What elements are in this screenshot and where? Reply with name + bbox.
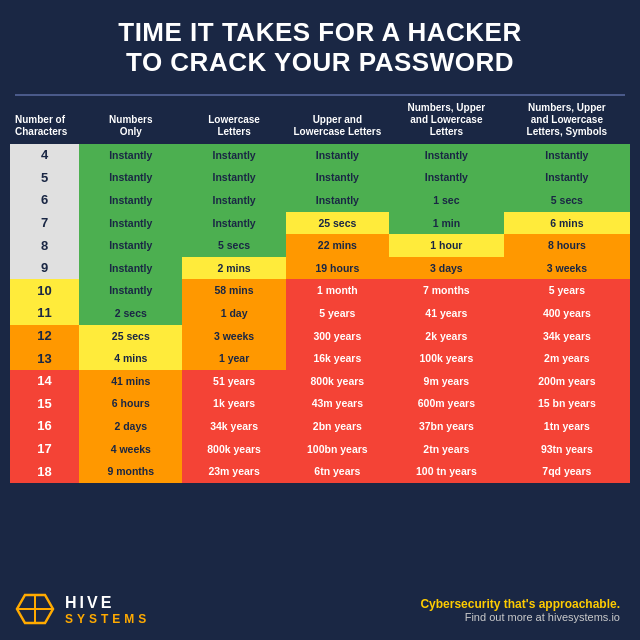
cell-value: 3 weeks bbox=[504, 257, 630, 280]
table-row: 7InstantlyInstantly25 secs1 min6 mins bbox=[10, 212, 630, 235]
cell-value: 2 mins bbox=[182, 257, 285, 280]
table-row: 134 mins1 year16k years100k years2m year… bbox=[10, 347, 630, 370]
cell-num-chars: 9 bbox=[10, 257, 79, 280]
cell-value: 37bn years bbox=[389, 415, 504, 438]
cell-value: 800k years bbox=[182, 438, 285, 461]
cell-value: 41 years bbox=[389, 302, 504, 325]
cell-value: 9m years bbox=[389, 370, 504, 393]
cell-value: Instantly bbox=[389, 144, 504, 167]
cell-value: 1 sec bbox=[389, 189, 504, 212]
cell-num-chars: 8 bbox=[10, 234, 79, 257]
col-header-numbers-only: NumbersOnly bbox=[79, 96, 182, 144]
col-header-upper-lower: Upper andLowercase Letters bbox=[286, 96, 389, 144]
cell-value: 34k years bbox=[182, 415, 285, 438]
table-row: 156 hours1k years43m years600m years15 b… bbox=[10, 392, 630, 415]
cell-value: 25 secs bbox=[79, 325, 182, 348]
cell-value: 400 years bbox=[504, 302, 630, 325]
cell-value: 4 mins bbox=[79, 347, 182, 370]
table-row: 5InstantlyInstantlyInstantlyInstantlyIns… bbox=[10, 166, 630, 189]
cell-value: 23m years bbox=[182, 460, 285, 483]
cell-value: 200m years bbox=[504, 370, 630, 393]
cell-value: 1tn years bbox=[504, 415, 630, 438]
cell-value: Instantly bbox=[182, 166, 285, 189]
cell-value: Instantly bbox=[79, 279, 182, 302]
cell-value: Instantly bbox=[504, 144, 630, 167]
cell-value: 22 mins bbox=[286, 234, 389, 257]
table-row: 112 secs1 day5 years41 years400 years bbox=[10, 302, 630, 325]
cell-value: 8 hours bbox=[504, 234, 630, 257]
cell-num-chars: 16 bbox=[10, 415, 79, 438]
cell-value: 1k years bbox=[182, 392, 285, 415]
cell-value: 3 weeks bbox=[182, 325, 285, 348]
cell-value: 100 tn years bbox=[389, 460, 504, 483]
cell-value: 2m years bbox=[504, 347, 630, 370]
cell-value: Instantly bbox=[79, 189, 182, 212]
footer-url: Find out more at hivesystems.io bbox=[420, 611, 620, 623]
cell-value: Instantly bbox=[79, 212, 182, 235]
cell-value: 25 secs bbox=[286, 212, 389, 235]
cell-value: Instantly bbox=[182, 144, 285, 167]
table-row: 162 days34k years2bn years37bn years1tn … bbox=[10, 415, 630, 438]
cell-value: 58 mins bbox=[182, 279, 285, 302]
cell-value: 600m years bbox=[389, 392, 504, 415]
table-row: 1225 secs3 weeks300 years2k years34k yea… bbox=[10, 325, 630, 348]
cell-value: 3 days bbox=[389, 257, 504, 280]
table-row: 189 months23m years6tn years100 tn years… bbox=[10, 460, 630, 483]
cell-value: 4 weeks bbox=[79, 438, 182, 461]
cell-value: 5 years bbox=[286, 302, 389, 325]
cell-num-chars: 6 bbox=[10, 189, 79, 212]
table-wrapper: Number ofCharacters NumbersOnly Lowercas… bbox=[0, 96, 640, 580]
cell-value: 2tn years bbox=[389, 438, 504, 461]
cell-num-chars: 14 bbox=[10, 370, 79, 393]
col-header-num-upper-lower-sym: Numbers, Upperand LowercaseLetters, Symb… bbox=[504, 96, 630, 144]
table-row: 9Instantly2 mins19 hours3 days3 weeks bbox=[10, 257, 630, 280]
cell-value: 5 secs bbox=[504, 189, 630, 212]
header: TIME IT TAKES FOR A HACKER TO CRACK YOUR… bbox=[0, 0, 640, 88]
cell-num-chars: 12 bbox=[10, 325, 79, 348]
cell-value: 19 hours bbox=[286, 257, 389, 280]
cell-value: 1 day bbox=[182, 302, 285, 325]
footer-right: Cybersecurity that's approachable. Find … bbox=[420, 597, 620, 623]
cell-value: Instantly bbox=[182, 212, 285, 235]
cell-value: 6tn years bbox=[286, 460, 389, 483]
col-header-num-upper-lower: Numbers, Upperand LowercaseLetters bbox=[389, 96, 504, 144]
cell-value: 34k years bbox=[504, 325, 630, 348]
cell-num-chars: 10 bbox=[10, 279, 79, 302]
cell-value: 2bn years bbox=[286, 415, 389, 438]
col-header-num-chars: Number ofCharacters bbox=[10, 96, 79, 144]
cell-value: 1 hour bbox=[389, 234, 504, 257]
cell-value: 2 secs bbox=[79, 302, 182, 325]
cell-value: 800k years bbox=[286, 370, 389, 393]
cell-value: 9 months bbox=[79, 460, 182, 483]
footer-tagline: Cybersecurity that's approachable. bbox=[420, 597, 620, 611]
cell-value: Instantly bbox=[79, 234, 182, 257]
cell-value: 100k years bbox=[389, 347, 504, 370]
cell-value: 100bn years bbox=[286, 438, 389, 461]
cell-value: Instantly bbox=[286, 189, 389, 212]
table-row: 6InstantlyInstantlyInstantly1 sec5 secs bbox=[10, 189, 630, 212]
cell-num-chars: 7 bbox=[10, 212, 79, 235]
cell-value: 41 mins bbox=[79, 370, 182, 393]
cell-value: Instantly bbox=[182, 189, 285, 212]
cell-value: 7 months bbox=[389, 279, 504, 302]
cell-value: 1 month bbox=[286, 279, 389, 302]
cell-value: 6 hours bbox=[79, 392, 182, 415]
cell-num-chars: 5 bbox=[10, 166, 79, 189]
cell-value: 2k years bbox=[389, 325, 504, 348]
cell-value: 16k years bbox=[286, 347, 389, 370]
cell-value: Instantly bbox=[286, 166, 389, 189]
logo-sub: SYSTEMS bbox=[65, 612, 150, 626]
cell-value: Instantly bbox=[79, 144, 182, 167]
hive-logo-icon bbox=[15, 590, 55, 630]
cell-value: 1 year bbox=[182, 347, 285, 370]
cell-num-chars: 11 bbox=[10, 302, 79, 325]
cell-num-chars: 18 bbox=[10, 460, 79, 483]
table-row: 1441 mins51 years800k years9m years200m … bbox=[10, 370, 630, 393]
cell-num-chars: 4 bbox=[10, 144, 79, 167]
cell-value: Instantly bbox=[389, 166, 504, 189]
cell-value: Instantly bbox=[79, 257, 182, 280]
table-row: 10Instantly58 mins1 month7 months5 years bbox=[10, 279, 630, 302]
cell-value: 5 years bbox=[504, 279, 630, 302]
cell-value: Instantly bbox=[79, 166, 182, 189]
cell-value: 1 min bbox=[389, 212, 504, 235]
